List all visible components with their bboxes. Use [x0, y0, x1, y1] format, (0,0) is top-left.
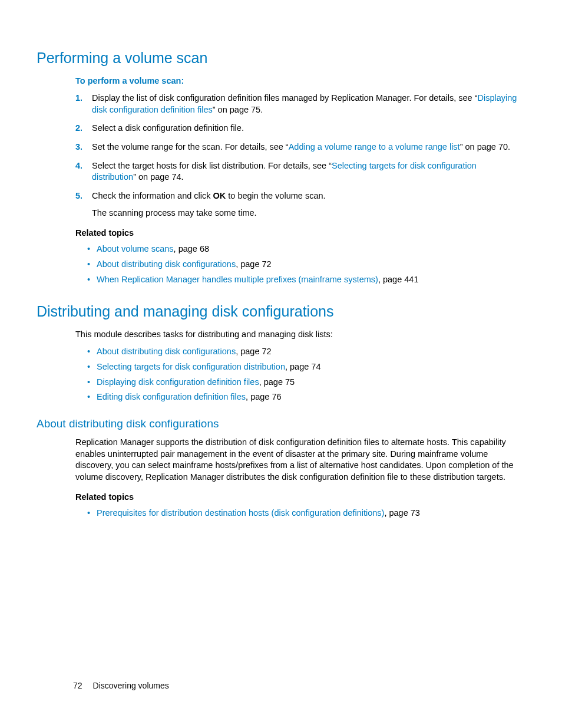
- chapter-title: Discovering volumes: [93, 681, 169, 690]
- step-5-text-b: to begin the volume scan.: [226, 191, 325, 200]
- related-item: Prerequisites for distribution destinati…: [87, 508, 521, 519]
- related-rest: , page 72: [236, 259, 271, 269]
- link-about-distributing-disk-configs-2[interactable]: About distributing disk configurations: [97, 347, 236, 356]
- link-displaying-disk-config-files-2[interactable]: Displaying disk configuration definition…: [97, 377, 259, 387]
- link-selecting-targets-2[interactable]: Selecting targets for disk configuration…: [97, 362, 285, 371]
- page-container: Performing a volume scan To perform a vo…: [0, 0, 562, 728]
- step-5-text-a: Check the information and click: [92, 191, 213, 200]
- list-rest: , page 76: [246, 392, 281, 401]
- related-rest: , page 441: [378, 275, 419, 284]
- section2-bullets: About distributing disk configurations, …: [75, 346, 521, 403]
- list-item: Displaying disk configuration definition…: [87, 377, 521, 388]
- list-item: Selecting targets for disk configuration…: [87, 361, 521, 373]
- related-topics-list-1: About volume scans, page 68 About distri…: [75, 243, 521, 285]
- list-rest: , page 75: [259, 377, 295, 387]
- page-number: 72: [73, 681, 82, 690]
- list-rest: , page 72: [236, 347, 271, 356]
- related-item: About volume scans, page 68: [87, 243, 521, 255]
- step-1-text-a: Display the list of disk configuration d…: [92, 93, 477, 103]
- step-3-text-b: ” on page 70.: [460, 142, 510, 151]
- heading-about-distributing: About distributing disk configurations: [37, 416, 521, 431]
- step-4-text-a: Select the target hosts for disk list di…: [92, 161, 332, 170]
- related-item: When Replication Manager handles multipl…: [87, 274, 521, 286]
- step-1: Display the list of disk configuration d…: [75, 93, 521, 116]
- related-rest: , page 73: [384, 508, 419, 518]
- list-item: About distributing disk configurations, …: [87, 346, 521, 358]
- related-topics-heading-1: Related topics: [75, 228, 521, 239]
- step-5: Check the information and click OK to be…: [75, 190, 521, 219]
- step-5-note: The scanning process may take some time.: [92, 207, 521, 219]
- procedure-title: To perform a volume scan:: [75, 75, 521, 87]
- step-2: Select a disk configuration definition f…: [75, 123, 521, 134]
- step-1-text-b: ” on page 75.: [213, 105, 263, 114]
- related-topics-list-2: Prerequisites for distribution destinati…: [75, 508, 521, 519]
- link-multiple-prefixes[interactable]: When Replication Manager handles multipl…: [97, 275, 378, 284]
- step-4: Select the target hosts for disk list di…: [75, 160, 521, 183]
- list-item: Editing disk configuration definition fi…: [87, 391, 521, 403]
- step-3-text-a: Set the volume range for the scan. For d…: [92, 142, 289, 151]
- heading-distributing-managing: Distributing and managing disk configura…: [37, 302, 521, 322]
- step-3: Set the volume range for the scan. For d…: [75, 141, 521, 153]
- section3-para: Replication Manager supports the distrib…: [75, 437, 521, 483]
- link-about-distributing-disk-configs[interactable]: About distributing disk configurations: [97, 259, 236, 269]
- section2-intro: This module describes tasks for distribu…: [75, 329, 521, 341]
- related-rest: , page 68: [174, 244, 209, 253]
- ok-label: OK: [213, 191, 226, 200]
- page-footer: 72Discovering volumes: [73, 680, 169, 691]
- link-about-volume-scans[interactable]: About volume scans: [97, 244, 174, 253]
- procedure-steps: Display the list of disk configuration d…: [75, 93, 521, 219]
- related-topics-heading-2: Related topics: [75, 492, 521, 503]
- link-editing-disk-config-files[interactable]: Editing disk configuration definition fi…: [97, 392, 246, 401]
- step-4-text-b: ” on page 74.: [133, 172, 183, 182]
- link-prerequisites-distribution[interactable]: Prerequisites for distribution destinati…: [97, 508, 384, 518]
- heading-performing-volume-scan: Performing a volume scan: [37, 48, 521, 68]
- link-adding-volume-range[interactable]: Adding a volume range to a volume range …: [289, 142, 460, 151]
- related-item: About distributing disk configurations, …: [87, 259, 521, 271]
- list-rest: , page 74: [285, 362, 320, 371]
